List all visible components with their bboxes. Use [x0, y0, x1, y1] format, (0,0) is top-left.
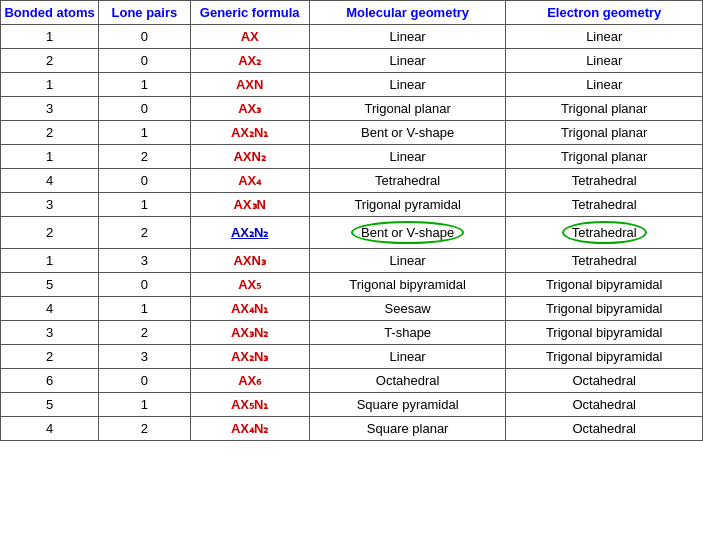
- header-generic-formula: Generic formula: [190, 1, 309, 25]
- cell-bonded-atoms: 3: [1, 321, 99, 345]
- cell-electron-geometry: Trigonal planar: [506, 97, 703, 121]
- cell-bonded-atoms: 4: [1, 297, 99, 321]
- cell-electron-geometry: Tetrahedral: [506, 193, 703, 217]
- cell-generic-formula: AX₂: [190, 49, 309, 73]
- cell-bonded-atoms: 1: [1, 73, 99, 97]
- cell-molecular-geometry: Bent or V-shape: [309, 121, 506, 145]
- chemistry-table: Bonded atoms Lone pairs Generic formula …: [0, 0, 703, 441]
- cell-lone-pairs: 0: [99, 369, 190, 393]
- cell-bonded-atoms: 1: [1, 25, 99, 49]
- cell-bonded-atoms: 1: [1, 249, 99, 273]
- cell-lone-pairs: 0: [99, 49, 190, 73]
- cell-electron-geometry: Trigonal planar: [506, 145, 703, 169]
- cell-generic-formula: AX₅: [190, 273, 309, 297]
- cell-lone-pairs: 0: [99, 97, 190, 121]
- table-row: 20AX₂LinearLinear: [1, 49, 703, 73]
- cell-molecular-geometry: Square planar: [309, 417, 506, 441]
- cell-lone-pairs: 0: [99, 273, 190, 297]
- table-row: 10AXLinearLinear: [1, 25, 703, 49]
- cell-generic-formula: AX₆: [190, 369, 309, 393]
- cell-lone-pairs: 2: [99, 217, 190, 249]
- cell-generic-formula: AX₄: [190, 169, 309, 193]
- cell-generic-formula: AX₃N: [190, 193, 309, 217]
- cell-bonded-atoms: 4: [1, 169, 99, 193]
- cell-electron-geometry: Linear: [506, 73, 703, 97]
- cell-electron-geometry: Tetrahedral: [506, 169, 703, 193]
- cell-bonded-atoms: 3: [1, 193, 99, 217]
- cell-electron-geometry: Linear: [506, 25, 703, 49]
- cell-lone-pairs: 3: [99, 345, 190, 369]
- cell-molecular-geometry: Seesaw: [309, 297, 506, 321]
- cell-molecular-geometry: Linear: [309, 25, 506, 49]
- header-row: Bonded atoms Lone pairs Generic formula …: [1, 1, 703, 25]
- header-bonded-atoms: Bonded atoms: [1, 1, 99, 25]
- cell-electron-geometry: Octahedral: [506, 417, 703, 441]
- cell-electron-geometry: Linear: [506, 49, 703, 73]
- cell-lone-pairs: 2: [99, 145, 190, 169]
- cell-bonded-atoms: 3: [1, 97, 99, 121]
- cell-molecular-geometry: T-shape: [309, 321, 506, 345]
- cell-molecular-geometry: Trigonal pyramidal: [309, 193, 506, 217]
- cell-bonded-atoms: 5: [1, 273, 99, 297]
- cell-lone-pairs: 1: [99, 297, 190, 321]
- table-row: 22AX₂N₂Bent or V-shapeTetrahedral: [1, 217, 703, 249]
- cell-molecular-geometry: Octahedral: [309, 369, 506, 393]
- table-row: 11AXNLinearLinear: [1, 73, 703, 97]
- cell-lone-pairs: 0: [99, 169, 190, 193]
- cell-electron-geometry: Tetrahedral: [506, 249, 703, 273]
- cell-electron-geometry: Octahedral: [506, 369, 703, 393]
- cell-bonded-atoms: 6: [1, 369, 99, 393]
- cell-generic-formula: AXN₂: [190, 145, 309, 169]
- cell-bonded-atoms: 2: [1, 217, 99, 249]
- cell-generic-formula: AX₂N₃: [190, 345, 309, 369]
- cell-lone-pairs: 1: [99, 393, 190, 417]
- cell-electron-geometry: Trigonal bipyramidal: [506, 321, 703, 345]
- cell-lone-pairs: 1: [99, 73, 190, 97]
- table-row: 60AX₆OctahedralOctahedral: [1, 369, 703, 393]
- cell-electron-geometry: Trigonal bipyramidal: [506, 297, 703, 321]
- cell-molecular-geometry: Trigonal bipyramidal: [309, 273, 506, 297]
- cell-generic-formula: AXN: [190, 73, 309, 97]
- cell-generic-formula: AX₃: [190, 97, 309, 121]
- main-table-container: Bonded atoms Lone pairs Generic formula …: [0, 0, 703, 441]
- cell-lone-pairs: 2: [99, 321, 190, 345]
- table-row: 42AX₄N₂Square planarOctahedral: [1, 417, 703, 441]
- table-row: 12AXN₂LinearTrigonal planar: [1, 145, 703, 169]
- cell-molecular-geometry: Tetrahedral: [309, 169, 506, 193]
- table-row: 32AX₃N₂T-shapeTrigonal bipyramidal: [1, 321, 703, 345]
- cell-molecular-geometry: Linear: [309, 49, 506, 73]
- cell-lone-pairs: 1: [99, 121, 190, 145]
- cell-electron-geometry: Tetrahedral: [506, 217, 703, 249]
- cell-generic-formula: AX₂N₁: [190, 121, 309, 145]
- cell-generic-formula: AX₄N₁: [190, 297, 309, 321]
- cell-generic-formula: AX₄N₂: [190, 417, 309, 441]
- cell-molecular-geometry: Bent or V-shape: [309, 217, 506, 249]
- table-row: 30AX₃Trigonal planarTrigonal planar: [1, 97, 703, 121]
- cell-lone-pairs: 3: [99, 249, 190, 273]
- table-row: 40AX₄TetrahedralTetrahedral: [1, 169, 703, 193]
- header-lone-pairs: Lone pairs: [99, 1, 190, 25]
- cell-bonded-atoms: 4: [1, 417, 99, 441]
- cell-bonded-atoms: 2: [1, 49, 99, 73]
- cell-molecular-geometry: Linear: [309, 345, 506, 369]
- cell-lone-pairs: 2: [99, 417, 190, 441]
- cell-lone-pairs: 0: [99, 25, 190, 49]
- cell-molecular-geometry: Trigonal planar: [309, 97, 506, 121]
- cell-generic-formula: AX: [190, 25, 309, 49]
- table-row: 50AX₅Trigonal bipyramidalTrigonal bipyra…: [1, 273, 703, 297]
- cell-molecular-geometry: Linear: [309, 145, 506, 169]
- cell-electron-geometry: Trigonal planar: [506, 121, 703, 145]
- cell-generic-formula: AXN₃: [190, 249, 309, 273]
- cell-generic-formula: AX₃N₂: [190, 321, 309, 345]
- table-row: 51AX₅N₁Square pyramidalOctahedral: [1, 393, 703, 417]
- cell-generic-formula: AX₅N₁: [190, 393, 309, 417]
- cell-lone-pairs: 1: [99, 193, 190, 217]
- cell-electron-geometry: Trigonal bipyramidal: [506, 273, 703, 297]
- cell-molecular-geometry: Linear: [309, 73, 506, 97]
- header-molecular-geometry: Molecular geometry: [309, 1, 506, 25]
- header-electron-geometry: Electron geometry: [506, 1, 703, 25]
- table-row: 23AX₂N₃LinearTrigonal bipyramidal: [1, 345, 703, 369]
- cell-bonded-atoms: 5: [1, 393, 99, 417]
- cell-molecular-geometry: Linear: [309, 249, 506, 273]
- table-row: 41AX₄N₁SeesawTrigonal bipyramidal: [1, 297, 703, 321]
